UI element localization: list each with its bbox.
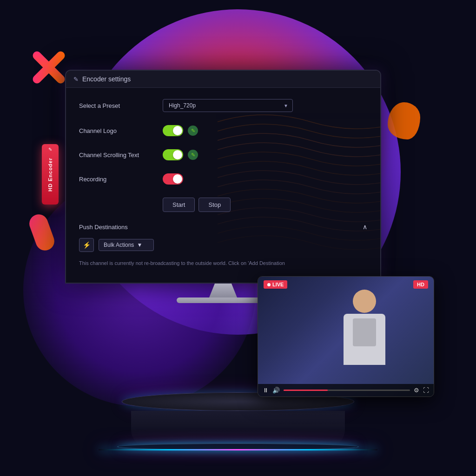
recording-toggle-group bbox=[163, 173, 183, 185]
start-button[interactable]: Start bbox=[163, 198, 195, 212]
recording-row: Recording bbox=[79, 173, 367, 185]
person-figure bbox=[318, 290, 411, 383]
action-buttons-row: Start Stop bbox=[79, 198, 367, 212]
channel-scrolling-label: Channel Scrolling Text bbox=[79, 152, 163, 159]
monitor-screen: ✎ Encoder settings Select a Preset High_… bbox=[65, 70, 381, 284]
preset-select[interactable]: High_720p Medium_480p Low_360p Custom bbox=[163, 99, 293, 112]
volume-icon[interactable]: 🔊 bbox=[272, 387, 280, 394]
hd-badge: HD bbox=[413, 280, 428, 289]
channel-scrolling-toggle[interactable] bbox=[163, 149, 183, 160]
monitor-title: Encoder settings bbox=[82, 75, 131, 83]
fullscreen-icon[interactable]: ⛶ bbox=[423, 387, 429, 394]
push-destinations-row: Push Destinations ∧ bbox=[79, 223, 367, 231]
x-decoration bbox=[28, 46, 70, 88]
pedestal-body bbox=[131, 411, 345, 448]
orange-blob-decoration bbox=[388, 102, 420, 139]
video-background: LIVE HD ⏸ 🔊 ⚙ ⛶ bbox=[258, 277, 434, 397]
bulk-actions-label: Bulk Actions bbox=[104, 242, 134, 248]
monitor-stand-neck bbox=[209, 284, 237, 298]
bulk-actions-arrow: ▼ bbox=[137, 242, 142, 248]
hd-encoder-badge: ✎ HD Encoder bbox=[42, 144, 59, 205]
video-player[interactable]: LIVE HD ⏸ 🔊 ⚙ ⛶ bbox=[258, 276, 434, 397]
channel-logo-toggle-knob bbox=[173, 126, 182, 135]
monitor-base bbox=[177, 298, 270, 303]
bottom-glow-line bbox=[99, 449, 377, 450]
recording-toggle[interactable] bbox=[163, 173, 183, 185]
settings-icon[interactable]: ⚙ bbox=[414, 387, 419, 394]
live-badge: LIVE bbox=[264, 280, 287, 289]
person-body bbox=[344, 314, 385, 365]
channel-scrolling-toggle-group bbox=[163, 149, 198, 160]
channel-logo-toggle-group bbox=[163, 125, 198, 136]
recording-label: Recording bbox=[79, 176, 163, 183]
monitor-title-bar: ✎ Encoder settings bbox=[66, 71, 380, 88]
channel-logo-toggle[interactable] bbox=[163, 125, 183, 136]
channel-logo-edit-btn[interactable] bbox=[188, 126, 198, 136]
flash-button[interactable]: ⚡ bbox=[79, 238, 94, 252]
chevron-up-icon[interactable]: ∧ bbox=[363, 223, 367, 231]
channel-scrolling-edit-btn[interactable] bbox=[188, 150, 198, 160]
bulk-actions-row: ⚡ Bulk Actions ▼ bbox=[79, 238, 367, 252]
hd-label: HD bbox=[417, 282, 424, 287]
preset-label: Select a Preset bbox=[79, 102, 163, 109]
title-edit-icon: ✎ bbox=[73, 76, 79, 83]
monitor-content: Select a Preset High_720p Medium_480p Lo… bbox=[66, 88, 380, 278]
video-bottom-bar: ⏸ 🔊 ⚙ ⛶ bbox=[258, 384, 434, 397]
pause-icon[interactable]: ⏸ bbox=[263, 387, 269, 394]
push-destinations-label: Push Destinations bbox=[79, 224, 128, 231]
live-dot-icon bbox=[267, 283, 271, 286]
bulk-actions-dropdown[interactable]: Bulk Actions ▼ bbox=[99, 239, 154, 251]
info-paragraph: This channel is currently not re-broadca… bbox=[79, 259, 367, 267]
person-head bbox=[353, 290, 376, 313]
video-top-bar: LIVE HD bbox=[258, 277, 434, 292]
recording-toggle-knob bbox=[173, 174, 182, 184]
live-label: LIVE bbox=[272, 282, 284, 287]
channel-scrolling-toggle-knob bbox=[173, 150, 182, 159]
preset-select-wrapper[interactable]: High_720p Medium_480p Low_360p Custom ▼ bbox=[163, 99, 293, 112]
info-text: This channel is currently not re-broadca… bbox=[79, 259, 367, 267]
progress-bar[interactable] bbox=[284, 390, 410, 391]
badge-edit-icon: ✎ bbox=[48, 147, 52, 152]
channel-logo-row: Channel Logo bbox=[79, 125, 367, 136]
stop-button[interactable]: Stop bbox=[198, 198, 231, 212]
badge-label: HD Encoder bbox=[47, 158, 53, 192]
progress-fill bbox=[284, 390, 328, 391]
preset-row: Select a Preset High_720p Medium_480p Lo… bbox=[79, 99, 367, 112]
monitor: ✎ Encoder settings Select a Preset High_… bbox=[65, 70, 381, 311]
channel-logo-label: Channel Logo bbox=[79, 127, 163, 134]
pedestal bbox=[108, 392, 368, 448]
channel-scrolling-row: Channel Scrolling Text bbox=[79, 149, 367, 160]
